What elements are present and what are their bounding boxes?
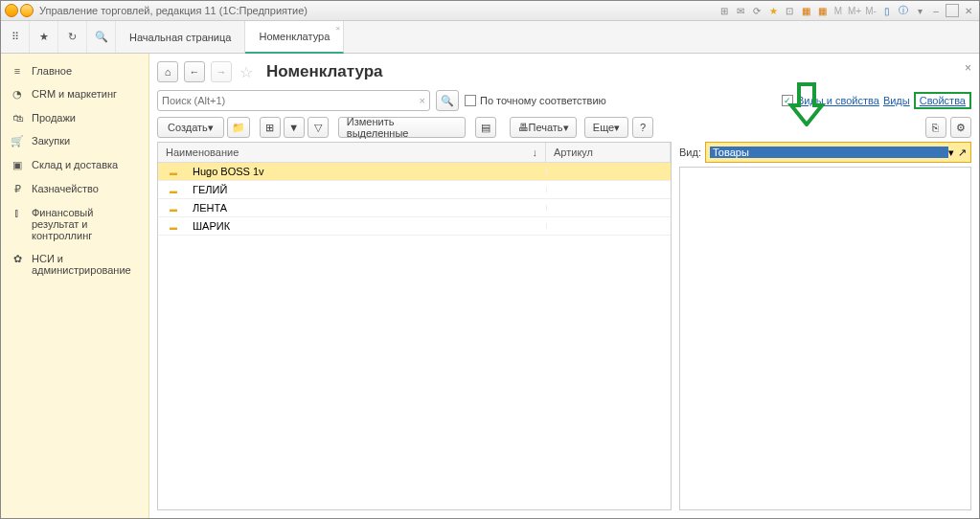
content-area: × ⌂ ← → ☆ Номенклатура × 🔍 По точному со… xyxy=(149,54,979,518)
sidebar-item-label: CRM и маркетинг xyxy=(32,88,117,100)
sidebar-item-label: НСИ и администрирование xyxy=(32,253,139,276)
cart-icon: 🛒 xyxy=(11,135,24,147)
sidebar-item-label: Казначейство xyxy=(32,183,99,194)
sidebar-item-label: Закупки xyxy=(32,135,70,147)
nomenclature-table: Наименование↓ Артикул Hugo BOSS 1v ГЕЛИЙ… xyxy=(157,142,672,510)
link-types-and-props[interactable]: Виды и свойства xyxy=(797,95,879,106)
history-icon[interactable]: ↻ xyxy=(58,21,87,53)
sidebar-item-treasury[interactable]: ₽Казначейство xyxy=(1,177,148,201)
sidebar-item-purchases[interactable]: 🛒Закупки xyxy=(1,129,148,153)
sidebar-item-label: Главное xyxy=(32,65,72,77)
link-props-highlighted[interactable]: Свойства xyxy=(914,92,971,109)
sidebar-item-label: Финансовый результат и контроллинг xyxy=(32,207,139,241)
checkbox-label: По точному соответствию xyxy=(480,95,606,106)
search-icon[interactable]: 🔍 xyxy=(87,21,116,53)
table-row[interactable]: ШАРИК xyxy=(158,217,671,236)
toolbar-button[interactable]: ▽ xyxy=(308,117,329,138)
sys-icon[interactable]: ⊞ xyxy=(718,4,731,17)
toolbar-button[interactable]: ⊞ xyxy=(260,117,281,138)
create-button[interactable]: Создать ▾ xyxy=(157,117,224,138)
folder-icon xyxy=(158,163,185,180)
help-button[interactable]: ? xyxy=(632,117,653,138)
select-value: Товары xyxy=(710,147,948,158)
more-button[interactable]: Еще ▾ xyxy=(584,117,628,138)
properties-listbox[interactable] xyxy=(679,167,971,510)
home-button[interactable]: ⌂ xyxy=(157,61,178,82)
print-button[interactable]: 🖶 Печать ▾ xyxy=(510,117,577,138)
forward-button[interactable]: → xyxy=(211,61,232,82)
column-name[interactable]: Наименование↓ xyxy=(158,143,546,162)
sys-text[interactable]: M+ xyxy=(848,4,861,17)
open-icon[interactable]: ↗ xyxy=(958,147,967,159)
sidebar: ≡Главное ◔CRM и маркетинг 🛍Продажи 🛒Заку… xyxy=(1,54,149,518)
search-input[interactable] xyxy=(162,95,420,106)
sys-icon[interactable]: ⟳ xyxy=(750,4,763,17)
row-name: ШАРИК xyxy=(185,217,546,235)
sys-text[interactable]: M xyxy=(832,4,845,17)
apps-icon[interactable]: ⠿ xyxy=(1,21,30,53)
page-close-icon[interactable]: × xyxy=(965,61,971,75)
folder-icon xyxy=(158,181,185,198)
sys-icon[interactable]: ▦ xyxy=(799,4,812,17)
back-button[interactable]: ← xyxy=(184,61,205,82)
favorite-icon[interactable]: ★ xyxy=(30,21,58,53)
search-box[interactable]: × xyxy=(157,90,430,111)
table-row[interactable]: Hugo BOSS 1v xyxy=(158,163,671,181)
toolbar-button[interactable]: ▼ xyxy=(284,117,305,138)
row-name: ГЕЛИЙ xyxy=(185,181,546,198)
close-button[interactable]: ✕ xyxy=(962,4,975,17)
button-label: Еще xyxy=(593,122,614,133)
sidebar-item-finance[interactable]: ⫿Финансовый результат и контроллинг xyxy=(1,201,148,247)
row-article xyxy=(546,205,671,211)
sidebar-item-sales[interactable]: 🛍Продажи xyxy=(1,106,148,129)
button-label: Создать xyxy=(168,122,208,133)
tab-label: Номенклатура xyxy=(259,31,330,42)
sidebar-item-warehouse[interactable]: ▣Склад и доставка xyxy=(1,153,148,177)
fav-icon[interactable]: ★ xyxy=(766,4,780,17)
search-button[interactable]: 🔍 xyxy=(436,90,459,111)
box-icon: ▣ xyxy=(11,159,24,171)
types-props-checkbox[interactable]: ✓ xyxy=(782,95,793,106)
sys-icon[interactable]: ▯ xyxy=(880,4,894,17)
sidebar-item-crm[interactable]: ◔CRM и маркетинг xyxy=(1,82,148,106)
star-icon[interactable]: ☆ xyxy=(239,63,253,81)
tab-bar: ⠿ ★ ↻ 🔍 Начальная страница Номенклатура× xyxy=(1,21,979,54)
chevron-down-icon: ▾ xyxy=(948,147,954,159)
row-article xyxy=(546,187,671,192)
sys-icon[interactable]: ✉ xyxy=(734,4,747,17)
sidebar-item-admin[interactable]: ✿НСИ и администрирование xyxy=(1,247,148,282)
toolbar-button[interactable]: ▤ xyxy=(475,117,496,138)
page-title: Номенклатура xyxy=(266,62,383,81)
column-article[interactable]: Артикул xyxy=(546,143,671,162)
folder-icon xyxy=(158,217,185,235)
dropdown-icon[interactable]: ▾ xyxy=(913,4,926,17)
row-article xyxy=(546,223,671,229)
tab-nomenclature[interactable]: Номенклатура× xyxy=(245,21,344,54)
settings-button[interactable]: ⚙ xyxy=(950,117,971,138)
link-types[interactable]: Виды xyxy=(883,95,910,106)
create-folder-button[interactable]: 📁 xyxy=(227,117,250,138)
button-label: Печать xyxy=(529,122,563,133)
minimize-button[interactable]: – xyxy=(929,4,943,17)
sidebar-item-main[interactable]: ≡Главное xyxy=(1,59,148,82)
change-selected-button[interactable]: Изменить выделенные xyxy=(338,117,466,138)
window-titlebar: Управление торговлей, редакция 11 (1С:Пр… xyxy=(1,1,979,21)
bars-icon: ⫿ xyxy=(11,207,24,218)
exact-match-checkbox[interactable]: По точному соответствию xyxy=(465,95,606,106)
maximize-button[interactable] xyxy=(946,4,959,17)
table-row[interactable]: ГЕЛИЙ xyxy=(158,181,671,199)
info-icon[interactable]: ⓘ xyxy=(897,4,910,17)
folder-icon xyxy=(158,199,185,216)
tab-close-icon[interactable]: × xyxy=(336,24,341,33)
checkbox-icon: ✓ xyxy=(782,95,793,106)
row-name: ЛЕНТА xyxy=(185,199,546,216)
table-row[interactable]: ЛЕНТА xyxy=(158,199,671,217)
sys-text[interactable]: M- xyxy=(864,4,877,17)
type-select[interactable]: Товары ▾ ↗ xyxy=(705,142,971,163)
panel-button[interactable]: ⎘ xyxy=(925,117,946,138)
clear-icon[interactable]: × xyxy=(420,95,425,106)
sys-icon[interactable]: ⊡ xyxy=(783,4,796,17)
right-panel: Вид: Товары ▾ ↗ xyxy=(679,142,971,510)
tab-home[interactable]: Начальная страница xyxy=(116,21,245,53)
sys-icon[interactable]: ▦ xyxy=(815,4,829,17)
